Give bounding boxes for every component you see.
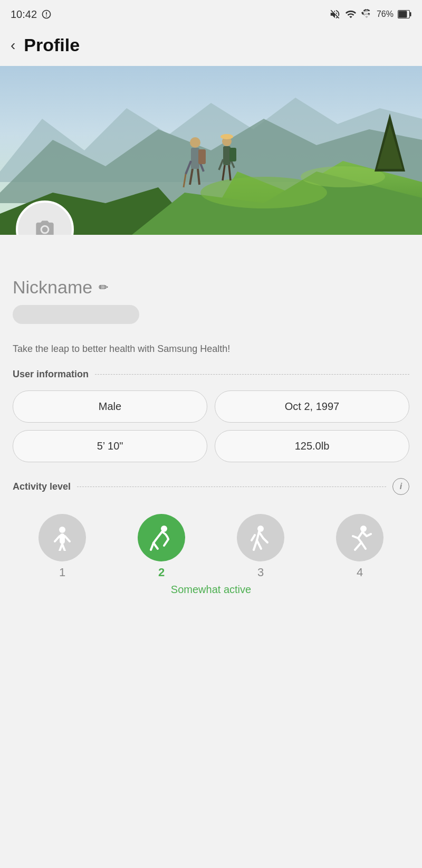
battery-icon [398,10,411,18]
gender-field[interactable]: Male [13,390,207,423]
edit-nickname-button[interactable]: ✏ [99,281,108,294]
back-button[interactable]: ‹ [11,38,15,53]
nickname-section: Nickname ✏ [13,266,409,332]
weight-field[interactable]: 125.0lb [215,430,409,462]
svg-point-30 [59,527,65,533]
svg-rect-15 [191,148,199,169]
svg-line-41 [254,540,257,550]
svg-rect-1 [399,11,407,18]
svg-rect-28 [229,148,236,161]
main-content: Nickname ✏ Take the leap to better healt… [0,266,422,606]
wifi-icon [345,8,357,20]
running-figure [347,524,373,551]
user-info-section-header: User information [13,369,409,380]
svg-point-40 [257,526,264,532]
signal-icon [361,8,372,20]
page-header: ‹ Profile [0,26,422,66]
dnd-icon [41,9,52,20]
svg-point-45 [360,526,367,532]
user-info-grid: Male Oct 2, 1997 5’ 10" 125.0lb [13,390,409,462]
height-field[interactable]: 5’ 10" [13,430,207,462]
activity-circle-2[interactable] [138,514,185,561]
activity-level-section: Activity level i 1 [13,478,409,606]
svg-rect-31 [60,533,65,544]
battery-percentage: 76% [377,9,394,19]
camera-icon [34,219,55,235]
svg-line-35 [65,536,70,541]
activity-circles: 1 2 [13,505,409,579]
svg-line-33 [62,544,65,551]
activity-level-2: 2 [138,514,185,579]
svg-rect-23 [223,146,231,165]
svg-line-47 [361,542,366,549]
svg-line-38 [154,543,158,549]
avatar-wrapper [16,201,74,235]
activity-number-1: 1 [59,566,65,579]
mute-icon [329,8,341,20]
status-time: 10:42 [11,8,52,21]
svg-line-34 [55,536,60,541]
svg-line-46 [355,542,361,550]
walking-figure [247,524,274,551]
svg-line-43 [252,535,255,540]
activity-divider [77,487,386,487]
birthdate-field[interactable]: Oct 2, 1997 [215,390,409,423]
activity-number-3: 3 [257,566,264,579]
status-bar: 10:42 76% [0,0,422,26]
time-display: 10:42 [11,8,37,21]
avatar-button[interactable] [16,201,74,235]
activity-level-1: 1 [39,514,86,579]
svg-rect-2 [410,12,411,16]
status-icons-group: 76% [329,8,411,20]
activity-number-2: 2 [158,566,165,579]
activity-section-header: Activity level i [13,478,409,495]
user-info-title: User information [13,369,89,380]
nickname-label: Nickname [13,277,92,298]
hero-banner [0,66,422,235]
svg-point-10 [301,166,385,187]
svg-point-29 [220,134,233,139]
activity-circle-3[interactable] [237,514,284,561]
svg-line-39 [164,539,168,546]
bending-figure [148,524,175,551]
activity-circle-1[interactable] [39,514,86,561]
activity-level-label: Somewhat active [13,584,409,606]
svg-point-14 [190,137,200,148]
nickname-input-bar[interactable] [13,305,139,324]
nickname-label-row: Nickname ✏ [13,277,409,298]
tagline-text: Take the leap to better health with Sams… [13,342,409,356]
activity-circle-4[interactable] [336,514,383,561]
activity-number-4: 4 [357,566,363,579]
svg-rect-20 [198,149,206,164]
activity-level-4: 4 [336,514,383,579]
activity-info-button[interactable]: i [392,478,409,495]
page-title: Profile [24,35,80,55]
svg-line-44 [263,538,267,542]
user-info-divider [95,374,409,375]
standing-figure [49,524,75,551]
activity-title: Activity level [13,481,71,492]
svg-line-42 [257,540,261,549]
activity-level-3: 3 [237,514,284,579]
